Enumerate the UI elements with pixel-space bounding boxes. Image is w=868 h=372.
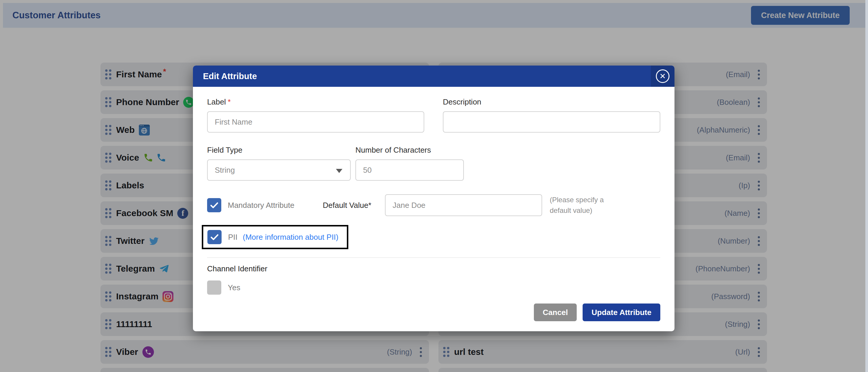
- channel-identifier-checkbox[interactable]: [207, 280, 221, 295]
- field-type-value: String: [215, 166, 235, 175]
- pii-info-link[interactable]: (More information about PII): [243, 233, 339, 242]
- customer-attributes-page: Customer Attributes Create New Attribute…: [0, 0, 868, 372]
- default-value-input[interactable]: [385, 194, 542, 216]
- check-icon: [209, 200, 219, 210]
- required-asterisk: *: [368, 201, 371, 210]
- modal-title: Edit Attribute: [203, 71, 257, 81]
- required-asterisk: *: [228, 97, 231, 106]
- modal-body: Label* Description Field Type String: [193, 87, 675, 321]
- label-input[interactable]: [207, 111, 424, 133]
- num-characters-label: Number of Characters: [355, 145, 464, 155]
- field-type-label: Field Type: [207, 145, 351, 155]
- pii-highlight-box: PII (More information about PII): [202, 225, 348, 249]
- description-input[interactable]: [443, 111, 660, 133]
- mandatory-attribute-checkbox[interactable]: [207, 198, 221, 212]
- page-scrollbar[interactable]: [865, 0, 868, 372]
- default-value-label: Default Value*: [322, 201, 371, 210]
- modal-close-button[interactable]: ✕: [651, 66, 675, 87]
- default-value-hint: (Please specify a default value): [550, 195, 624, 216]
- label-field-label: Label*: [207, 97, 424, 107]
- close-icon: ✕: [656, 69, 670, 83]
- channel-identifier-option-label: Yes: [228, 283, 240, 292]
- edit-attribute-modal: Edit Attribute ✕ Label* Description: [193, 66, 675, 331]
- mandatory-attribute-label: Mandatory Attribute: [228, 201, 294, 210]
- update-attribute-button[interactable]: Update Attribute: [583, 304, 660, 321]
- pii-checkbox[interactable]: [208, 230, 222, 244]
- channel-identifier-label: Channel Identifier: [207, 264, 660, 273]
- section-divider: [207, 258, 660, 258]
- pii-label: PII: [228, 233, 238, 242]
- cancel-button[interactable]: Cancel: [534, 304, 577, 321]
- check-icon: [210, 232, 219, 242]
- field-type-select[interactable]: String: [207, 160, 351, 181]
- modal-header: Edit Attribute ✕: [193, 66, 675, 87]
- num-characters-input[interactable]: [355, 160, 464, 181]
- description-field-label: Description: [443, 97, 660, 107]
